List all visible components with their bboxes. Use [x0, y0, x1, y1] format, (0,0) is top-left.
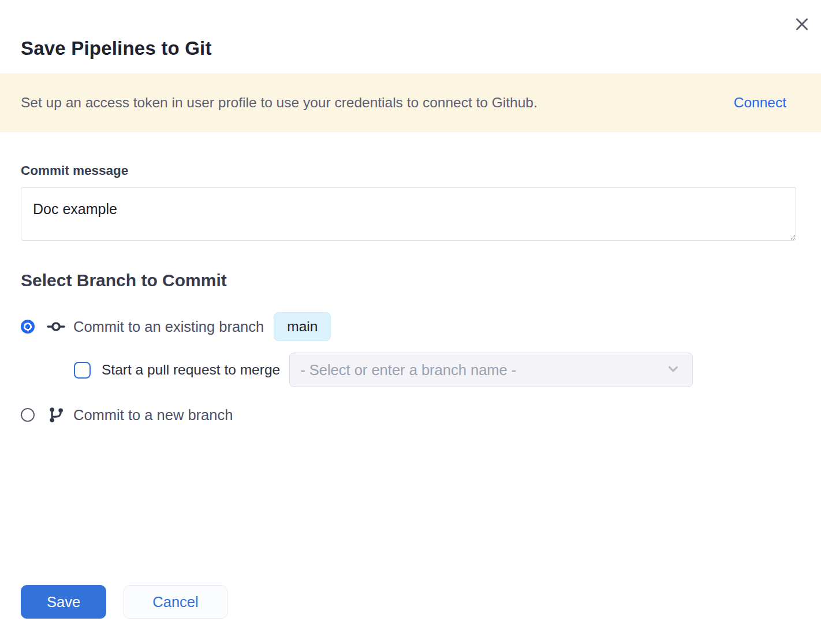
- new-branch-label[interactable]: Commit to a new branch: [73, 407, 233, 424]
- connect-link[interactable]: Connect: [734, 95, 786, 111]
- pull-request-row: Start a pull request to merge - Select o…: [74, 353, 796, 387]
- existing-branch-option: Commit to an existing branch main: [21, 312, 796, 341]
- git-branch-icon: [47, 406, 65, 424]
- cancel-button[interactable]: Cancel: [124, 585, 227, 619]
- merge-branch-dropdown[interactable]: - Select or enter a branch name -: [289, 353, 693, 387]
- modal-body: Commit message Doc example Select Branch…: [0, 163, 821, 424]
- close-icon: [794, 17, 809, 34]
- new-branch-option: Commit to a new branch: [21, 406, 796, 424]
- close-button[interactable]: [794, 17, 810, 33]
- modal-footer: Save Cancel: [21, 585, 227, 619]
- existing-branch-radio[interactable]: [21, 320, 35, 334]
- existing-branch-label[interactable]: Commit to an existing branch: [73, 319, 264, 335]
- commit-message-label: Commit message: [21, 163, 796, 178]
- new-branch-radio[interactable]: [21, 408, 35, 422]
- save-button[interactable]: Save: [21, 585, 106, 619]
- access-token-banner: Set up an access token in user profile t…: [0, 73, 821, 132]
- commit-message-input[interactable]: Doc example: [21, 187, 796, 241]
- pull-request-checkbox[interactable]: [74, 362, 91, 379]
- git-commit-icon: [47, 317, 65, 336]
- merge-branch-placeholder: - Select or enter a branch name -: [300, 362, 516, 379]
- chevron-down-icon: [666, 361, 681, 379]
- branch-section-heading: Select Branch to Commit: [21, 271, 796, 290]
- banner-message: Set up an access token in user profile t…: [21, 95, 538, 111]
- pull-request-label[interactable]: Start a pull request to merge: [102, 362, 280, 378]
- save-pipelines-modal: { "modal": { "title": "Save Pipelines to…: [0, 0, 821, 644]
- current-branch-badge: main: [274, 312, 331, 341]
- modal-title: Save Pipelines to Git: [21, 37, 800, 60]
